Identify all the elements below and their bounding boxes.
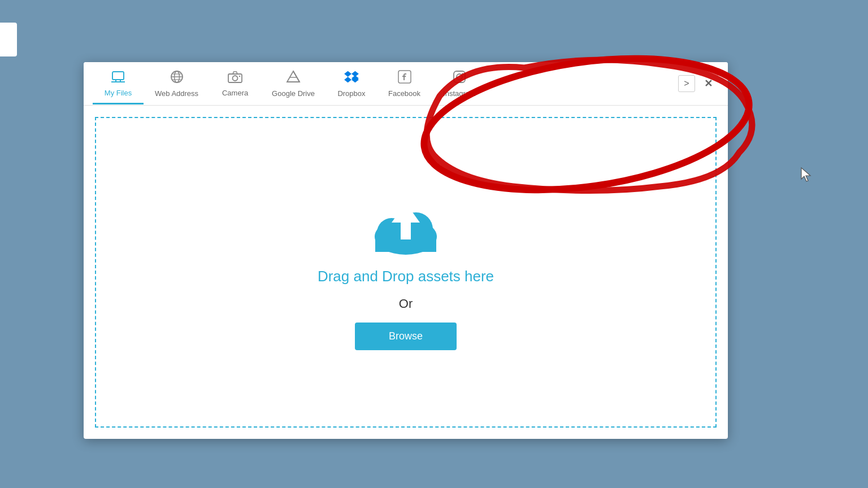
facebook-icon (398, 70, 411, 86)
left-tab (0, 23, 17, 56)
upload-dialog: My Files Web Address (84, 62, 728, 439)
tab-dropbox-label: Dropbox (337, 89, 365, 98)
tab-google-drive[interactable]: Google Drive (261, 62, 326, 105)
google-drive-icon (286, 70, 301, 86)
tab-facebook-label: Facebook (388, 89, 420, 98)
tab-bar: My Files Web Address (84, 62, 728, 106)
tab-dropbox[interactable]: Dropbox (326, 62, 377, 105)
camera-icon (228, 71, 242, 85)
svg-point-23 (457, 74, 462, 80)
tab-google-drive-label: Google Drive (272, 89, 315, 98)
upload-cloud-icon (366, 194, 445, 256)
tab-instagram-label: Instagram (443, 89, 476, 98)
dropbox-icon (344, 70, 359, 86)
instagram-icon (453, 70, 466, 86)
more-tabs-button[interactable]: > (678, 75, 695, 92)
web-address-icon (170, 70, 184, 86)
svg-line-13 (293, 71, 300, 82)
my-files-icon (111, 71, 125, 85)
tab-my-files[interactable]: My Files (93, 63, 144, 104)
close-button[interactable]: ✕ (700, 75, 717, 92)
svg-rect-22 (454, 71, 465, 82)
or-text: Or (399, 297, 413, 311)
svg-marker-12 (287, 71, 300, 82)
tab-web-address[interactable]: Web Address (144, 62, 210, 105)
browse-button[interactable]: Browse (355, 323, 457, 350)
tab-web-address-label: Web Address (155, 89, 198, 98)
svg-point-11 (239, 76, 240, 77)
svg-point-10 (233, 76, 238, 81)
background: My Files Web Address (0, 0, 868, 488)
tab-facebook[interactable]: Facebook (377, 62, 432, 105)
drag-drop-text: Drag and Drop assets here (318, 268, 494, 285)
svg-marker-16 (344, 71, 351, 77)
svg-marker-18 (344, 77, 351, 82)
close-icon: ✕ (704, 77, 713, 90)
tab-my-files-label: My Files (105, 89, 132, 97)
svg-point-24 (462, 73, 463, 74)
mouse-cursor (800, 167, 811, 182)
drop-zone[interactable]: Drag and Drop assets here Or Browse (95, 117, 717, 428)
tab-camera-label: Camera (222, 89, 248, 97)
chevron-right-icon: > (684, 79, 689, 89)
tab-camera[interactable]: Camera (210, 63, 261, 104)
upload-icon-container (366, 194, 445, 256)
tab-instagram[interactable]: Instagram (432, 62, 487, 105)
svg-rect-0 (112, 72, 124, 80)
